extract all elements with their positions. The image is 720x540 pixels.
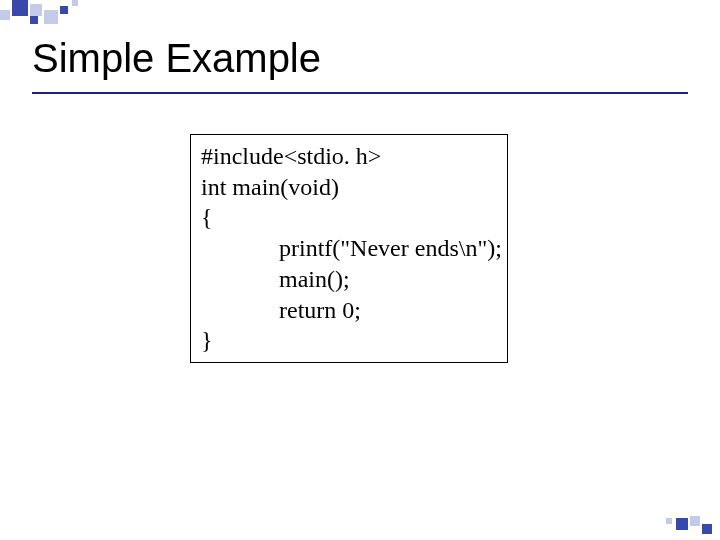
bottom-corner-decoration [652,512,712,534]
code-line: { [201,202,497,233]
corner-decoration [0,0,120,26]
title-underline [32,92,688,94]
code-line: return 0; [201,295,497,326]
code-example-box: #include<stdio. h> int main(void) { prin… [190,134,508,363]
slide-title: Simple Example [32,36,321,81]
code-line: printf("Never ends\n"); [201,233,497,264]
code-line: main(); [201,264,497,295]
code-line: int main(void) [201,172,497,203]
code-line: #include<stdio. h> [201,141,497,172]
code-line: } [201,325,497,356]
